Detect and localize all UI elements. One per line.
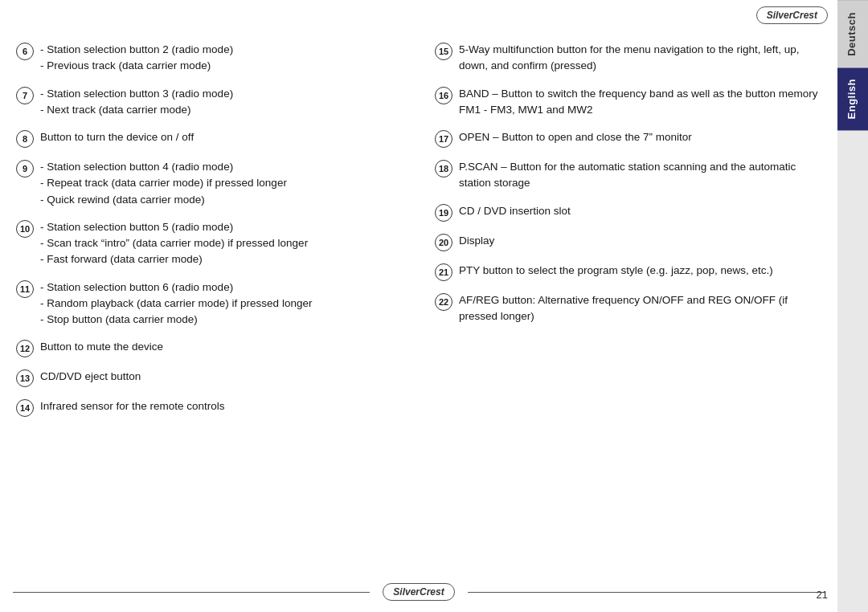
sidebar-tab-deutsch[interactable]: Deutsch [837,0,868,67]
item-text-21: PTY button to select the program style (… [459,263,821,279]
list-item: 14 Infrared sensor for the remote contro… [16,398,403,417]
item-text-13: CD/DVD eject button [40,369,403,385]
item-number-16: 16 [435,87,452,104]
item-number-10: 10 [16,220,34,238]
item-number-6: 6 [16,43,34,60]
item-number-15: 15 [435,43,452,60]
item-number-7: 7 [16,87,34,104]
right-column: 15 5-Way multifunction button for the me… [427,42,821,428]
item-number-14: 14 [16,399,34,417]
item-number-21: 21 [435,263,452,281]
list-item: 10 - Station selection button 5 (radio m… [16,219,403,268]
list-item: 7 - Station selection button 3 (radio mo… [16,86,403,119]
item-text-11: - Station selection button 6 (radio mode… [40,279,403,328]
left-column: 6 - Station selection button 2 (radio mo… [16,42,411,428]
footer-line-right [468,592,825,593]
list-item: 16 BAND – Button to switch the frequency… [435,86,821,119]
item-number-18: 18 [435,160,452,177]
sidebar: Deutsch English [837,0,868,612]
footer: SilverCrest [0,583,837,601]
list-item: 11 - Station selection button 6 (radio m… [16,279,403,328]
item-number-12: 12 [16,340,34,357]
item-text-14: Infrared sensor for the remote controls [40,398,403,414]
list-item: 19 CD / DVD insertion slot [435,203,821,222]
list-item: 20 Display [435,233,821,251]
item-text-9: - Station selection button 4 (radio mode… [40,159,403,208]
item-number-11: 11 [16,280,34,298]
list-item: 12 Button to mute the device [16,339,403,357]
item-text-6: - Station selection button 2 (radio mode… [40,42,403,75]
list-item: 21 PTY button to select the program styl… [435,263,821,281]
item-text-15: 5-Way multifunction button for the menu … [459,42,821,75]
item-text-12: Button to mute the device [40,339,403,355]
footer-line-left [13,592,370,593]
item-number-19: 19 [435,204,452,222]
list-item: 6 - Station selection button 2 (radio mo… [16,42,403,75]
list-item: 8 Button to turn the device on / off [16,129,403,148]
item-number-22: 22 [435,293,452,311]
item-text-19: CD / DVD insertion slot [459,203,821,219]
list-item: 18 P.SCAN – Button for the automatic sta… [435,159,821,192]
item-text-18: P.SCAN – Button for the automatic statio… [459,159,821,192]
list-item: 17 OPEN – Button to open and close the 7… [435,129,821,148]
columns: 6 - Station selection button 2 (radio mo… [16,42,821,428]
item-text-20: Display [459,233,821,249]
sidebar-tab-english[interactable]: English [837,67,868,130]
item-number-9: 9 [16,160,34,177]
item-text-10: - Station selection button 5 (radio mode… [40,219,403,268]
item-number-20: 20 [435,234,452,251]
list-item: 22 AF/REG button: Alternative frequency … [435,292,821,325]
item-number-13: 13 [16,369,34,387]
list-item: 13 CD/DVD eject button [16,369,403,387]
item-number-8: 8 [16,130,34,148]
main-content: 6 - Station selection button 2 (radio mo… [0,0,837,612]
item-text-22: AF/REG button: Alternative frequency ON/… [459,292,821,325]
item-text-8: Button to turn the device on / off [40,129,403,145]
logo-bottom: SilverCrest [383,583,454,601]
item-text-7: - Station selection button 3 (radio mode… [40,86,403,119]
item-text-16: BAND – Button to switch the frequency ba… [459,86,821,119]
list-item: 9 - Station selection button 4 (radio mo… [16,159,403,208]
list-item: 15 5-Way multifunction button for the me… [435,42,821,75]
item-text-17: OPEN – Button to open and close the 7” m… [459,129,821,145]
page-number: 21 [817,589,828,601]
page-wrapper: SilverCrest 6 - Station selection button… [0,0,868,612]
item-number-17: 17 [435,130,452,148]
